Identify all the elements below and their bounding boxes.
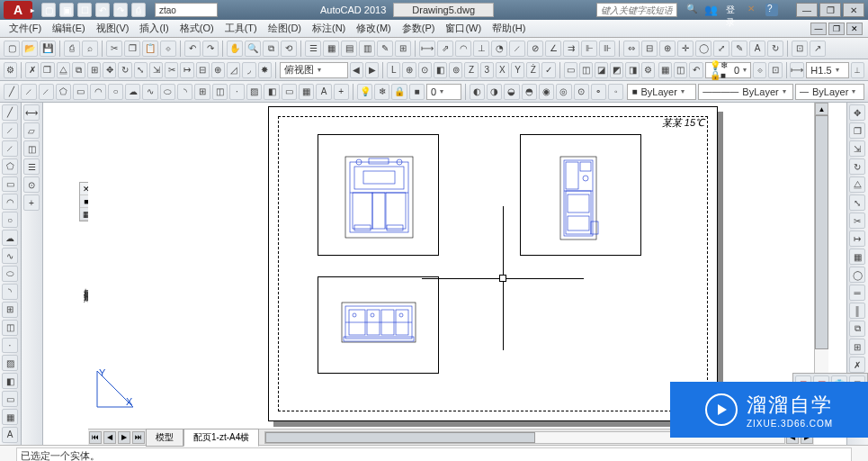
qat-undo-icon[interactable]: ↶ [95, 3, 110, 17]
trim-icon[interactable]: ✂ [165, 62, 178, 78]
markup-icon[interactable]: ✎ [377, 41, 393, 57]
menu-draw[interactable]: 绘图(D) [264, 20, 305, 37]
layerstate-icon[interactable]: ⊡ [768, 62, 782, 78]
tab-next-icon[interactable]: ▶ [118, 431, 130, 444]
ucs-3-icon[interactable]: 3 [480, 62, 494, 78]
rotate-icon[interactable]: ↻ [118, 62, 131, 78]
linetype-dropdown[interactable]: ———— ByLayer▾ [698, 84, 793, 100]
polyline-icon[interactable]: ⟋ [2, 140, 18, 157]
layermatch-icon[interactable]: ⟐ [753, 62, 766, 78]
render7-icon[interactable]: ⊙ [574, 84, 589, 100]
view-dropdown[interactable]: 俯视图▾ [280, 62, 348, 78]
calc-icon[interactable]: ⊞ [395, 41, 411, 57]
menu-tools[interactable]: 工具(T) [221, 20, 261, 37]
xline-icon[interactable]: ⟋ [21, 84, 36, 100]
r-copy-icon[interactable]: ❐ [849, 122, 865, 139]
point2-icon[interactable]: · [2, 338, 18, 354]
tab-last-icon[interactable]: ⏭ [132, 431, 145, 444]
region3-icon[interactable]: ◫ [23, 140, 40, 157]
layer0-dropdown[interactable]: 0▾ [426, 84, 461, 100]
ucs-zz-icon[interactable]: Ż [526, 62, 540, 78]
ellipse2-icon[interactable]: ⬭ [160, 84, 175, 100]
new-icon[interactable]: ▢ [4, 41, 20, 57]
dim-set-icon[interactable]: ⟂ [851, 62, 864, 78]
ucs-icon[interactable]: L [387, 62, 400, 78]
r-trim-icon[interactable]: ✂ [849, 212, 865, 229]
polygon2-icon[interactable]: ⬠ [2, 158, 18, 175]
layer-dropdown[interactable]: 💡❄🔒■0▾ [705, 62, 751, 78]
layer-icon[interactable]: ▦ [658, 62, 672, 78]
r-erase-icon[interactable]: ✗ [849, 357, 865, 373]
tab-model[interactable]: 模型 [146, 429, 183, 447]
render1-icon[interactable]: ◐ [470, 84, 485, 100]
circle-icon[interactable]: ○ [2, 212, 18, 228]
doc-close-button[interactable]: ✕ [846, 23, 863, 35]
gradient-icon[interactable]: ◧ [264, 84, 279, 100]
doc-restore-button[interactable]: ❐ [828, 23, 845, 35]
ws-icon[interactable]: ⚙ [4, 62, 17, 78]
line-icon[interactable]: ╱ [2, 104, 18, 121]
dim-ord-icon[interactable]: ⊥ [473, 41, 489, 57]
dim-arc-icon[interactable]: ◠ [455, 41, 471, 57]
menu-modify[interactable]: 修改(M) [353, 20, 395, 37]
r-rotate-icon[interactable]: ↻ [849, 158, 865, 175]
lineweight-dropdown[interactable]: — ByLayer▾ [795, 84, 864, 100]
dim-linear-icon[interactable]: ⟼ [419, 41, 435, 57]
view-fwd-icon[interactable]: ▶ [365, 62, 379, 78]
explode-icon[interactable]: ✸ [258, 62, 272, 78]
insertblock-icon[interactable]: ⊞ [2, 302, 18, 318]
arc-icon[interactable]: ◠ [2, 194, 18, 210]
render4-icon[interactable]: ◓ [522, 84, 537, 100]
ucs-z-icon[interactable]: Z [464, 62, 478, 78]
r-extend-icon[interactable]: ↦ [849, 230, 865, 247]
exchange-icon[interactable]: ✕ [747, 4, 760, 16]
centermark-icon[interactable]: ✛ [677, 41, 694, 57]
block-icon[interactable]: ◫ [212, 84, 228, 100]
tab-prev-icon[interactable]: ◀ [103, 431, 116, 444]
join-icon[interactable]: ⊕ [211, 62, 225, 78]
save-icon[interactable]: 💾 [40, 41, 56, 57]
r-move-icon[interactable]: ✥ [849, 104, 865, 121]
viewport-side[interactable] [520, 134, 641, 256]
menu-file[interactable]: 文件(F) [5, 20, 45, 37]
light-icon[interactable]: 💡 [357, 84, 372, 100]
ellipse-icon[interactable]: ⬭ [2, 266, 18, 282]
r-stretch-icon[interactable]: ⇲ [849, 140, 865, 157]
qat-open-icon[interactable]: ▣ [59, 3, 74, 17]
visual-wire-icon[interactable]: ◫ [579, 62, 593, 78]
menu-help[interactable]: 帮助(H) [488, 20, 529, 37]
revcloud2-icon[interactable]: ☁ [2, 230, 18, 246]
window-maximize-button[interactable]: ❐ [819, 3, 841, 17]
chamfer-icon[interactable]: ◿ [227, 62, 240, 78]
dim-space-icon[interactable]: ⇔ [623, 41, 640, 57]
render5-icon[interactable]: ◉ [539, 84, 554, 100]
qat-print-icon[interactable]: ⎙ [131, 3, 146, 17]
r-scale-icon[interactable]: ⤡ [849, 194, 865, 211]
hatch2-icon[interactable]: ▨ [246, 84, 262, 100]
window-close-button[interactable]: ✕ [843, 3, 864, 17]
copy-icon[interactable]: ❐ [124, 41, 140, 57]
render8-icon[interactable]: ⚬ [591, 84, 606, 100]
dimstyle2-icon[interactable]: ⟼ [790, 62, 804, 78]
help-icon[interactable]: ? [765, 4, 778, 16]
point-icon[interactable]: · [229, 84, 245, 100]
visual-2d-icon[interactable]: ▭ [564, 62, 577, 78]
qat-search-input[interactable] [155, 3, 218, 17]
table-icon[interactable]: ▦ [2, 409, 18, 425]
offset-icon[interactable]: ⧉ [72, 62, 85, 78]
r-edgesurf-icon[interactable]: ▦ [849, 249, 865, 265]
command-history[interactable]: 已选定一个实体。 已选定一个实体。 [16, 447, 852, 461]
zoom-icon[interactable]: 🔍 [245, 41, 261, 57]
qat-redo-icon[interactable]: ↷ [113, 3, 128, 17]
ucs-x-icon[interactable]: X [496, 62, 509, 78]
menu-param[interactable]: 参数(P) [398, 20, 439, 37]
menu-window[interactable]: 窗口(W) [442, 20, 485, 37]
mtext2-icon[interactable]: A [316, 84, 331, 100]
leader-icon[interactable]: ↗ [810, 41, 826, 57]
zoomwin-icon[interactable]: ⧉ [263, 41, 279, 57]
dim-baseline-icon[interactable]: ⊩ [581, 41, 597, 57]
dim-quick-icon[interactable]: ⇉ [563, 41, 579, 57]
construction-icon[interactable]: ⟋ [2, 122, 18, 139]
designcenter-icon[interactable]: ▦ [323, 41, 339, 57]
preview-icon[interactable]: ⌕ [82, 41, 98, 57]
